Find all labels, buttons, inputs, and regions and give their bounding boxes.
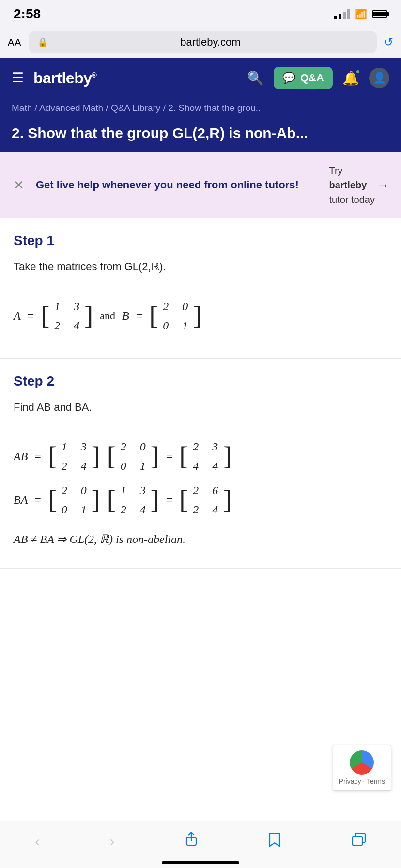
- step1-math: A = [ 1 3 2 4 ] and B = [: [14, 285, 387, 349]
- breadcrumb-qa-library[interactable]: Q&A Library: [111, 103, 160, 113]
- ab-label: AB: [14, 444, 28, 469]
- step1-section: Step 1 Take the matrices from GL(2,ℝ). A…: [0, 218, 401, 359]
- matrix-a: [ 1 3 2 4 ]: [41, 295, 93, 336]
- step2-title: Step 2: [14, 373, 387, 389]
- url-text: bartleby.com: [53, 36, 368, 48]
- equals-1: =: [28, 303, 34, 329]
- breadcrumb-question[interactable]: 2. Show that the grou...: [168, 103, 263, 113]
- ba-result-matrix: [ 2 6 2 4 ]: [179, 480, 231, 520]
- browser-bar: AA 🔒 bartleby.com ↺: [0, 26, 401, 58]
- user-avatar[interactable]: 👤: [369, 68, 389, 88]
- ba-label: BA: [14, 487, 28, 513]
- bell-container: 🔔: [342, 70, 359, 86]
- ab-result-matrix: [ 2 3 4 4 ]: [179, 436, 231, 477]
- privacy-terms-link[interactable]: Privacy · Terms: [339, 777, 385, 785]
- breadcrumb-advanced-math[interactable]: Advanced Math: [39, 103, 103, 113]
- font-size-control[interactable]: AA: [8, 37, 22, 48]
- breadcrumb-sep2: /: [106, 103, 111, 113]
- promo-cta[interactable]: Try bartleby tutor today →: [329, 164, 389, 206]
- ab-result-equals: =: [166, 444, 173, 469]
- lock-icon: 🔒: [37, 37, 48, 47]
- notification-dot: [355, 69, 360, 74]
- ba-equals: =: [34, 487, 41, 513]
- breadcrumb-bar: Math / Advanced Math / Q&A Library / 2. …: [0, 98, 401, 120]
- menu-icon[interactable]: ☰: [12, 71, 24, 85]
- step1-matrices-row: A = [ 1 3 2 4 ] and B = [: [14, 295, 387, 336]
- url-bar[interactable]: 🔒 bartleby.com: [29, 31, 377, 53]
- forward-icon: ›: [110, 833, 115, 850]
- status-time: 2:58: [14, 6, 41, 22]
- back-button[interactable]: ‹: [25, 829, 49, 853]
- bookmarks-icon: [268, 832, 281, 851]
- ba-row: BA = [ 2 0 0 1 ] [ 1 3: [14, 480, 387, 520]
- signal-icon: [334, 9, 350, 19]
- promo-banner: ✕ Get live help whenever you need from o…: [0, 152, 401, 218]
- ba-matrix1: [ 2 0 0 1 ]: [48, 480, 100, 520]
- conclusion: AB ≠ BA ⇒ GL(2, ℝ) is non-abelian.: [14, 530, 387, 548]
- home-bar: [162, 861, 239, 864]
- breadcrumb-sep3: /: [163, 103, 169, 113]
- recaptcha-logo: [350, 750, 374, 775]
- step2-math: AB = [ 1 3 2 4 ] [ 2 0: [14, 425, 387, 558]
- page-title: 2. Show that the group GL(2,R) is non-Ab…: [12, 125, 389, 141]
- promo-text: Get live help whenever you need from onl…: [36, 178, 321, 193]
- tabs-button[interactable]: [342, 828, 376, 854]
- matrix-b-grid: 2 0 0 1: [158, 295, 193, 336]
- promo-arrow-icon: →: [377, 178, 389, 193]
- matrix-a-label: A: [14, 303, 21, 329]
- nav-bar: ☰ bartleby® 🔍 💬 Q&A 🔔 👤: [0, 58, 401, 98]
- status-bar: 2:58 📶: [0, 0, 401, 26]
- ab-matrix2: [ 2 0 0 1 ]: [107, 436, 159, 477]
- page-title-bar: 2. Show that the group GL(2,R) is non-Ab…: [0, 120, 401, 152]
- breadcrumb-sep1: /: [35, 103, 40, 113]
- battery-icon: [372, 10, 387, 18]
- qa-label: Q&A: [300, 72, 324, 84]
- chat-icon: 💬: [282, 72, 295, 84]
- matrix-b-label: B: [122, 303, 129, 329]
- ba-matrix2: [ 1 3 2 4 ]: [107, 480, 159, 520]
- promo-cta-text: Try bartleby tutor today: [329, 164, 375, 206]
- ab-row: AB = [ 1 3 2 4 ] [ 2 0: [14, 436, 387, 477]
- breadcrumb-math[interactable]: Math: [12, 103, 32, 113]
- search-icon[interactable]: 🔍: [247, 70, 264, 86]
- content-area: Step 1 Take the matrices from GL(2,ℝ). A…: [0, 218, 401, 569]
- tabs-icon: [352, 832, 366, 850]
- back-icon: ‹: [35, 833, 40, 850]
- matrix-b: [ 2 0 0 1 ]: [149, 295, 201, 336]
- status-icons: 📶: [334, 8, 387, 20]
- ab-matrix1: [ 1 3 2 4 ]: [48, 436, 100, 477]
- wifi-icon: 📶: [355, 8, 367, 20]
- svg-rect-2: [353, 836, 362, 846]
- matrix-a-grid: 1 3 2 4: [49, 295, 84, 336]
- equals-2: =: [136, 303, 143, 329]
- bartleby-logo: bartleby®: [33, 69, 96, 87]
- ba-result-equals: =: [166, 487, 173, 513]
- qa-button[interactable]: 💬 Q&A: [274, 67, 333, 89]
- share-icon: [185, 832, 198, 851]
- step1-title: Step 1: [14, 233, 387, 248]
- forward-button[interactable]: ›: [100, 829, 124, 853]
- close-promo-button[interactable]: ✕: [10, 176, 28, 195]
- recaptcha-widget: Privacy · Terms: [333, 745, 391, 790]
- step1-text: Take the matrices from GL(2,ℝ).: [14, 258, 387, 275]
- bookmarks-button[interactable]: [258, 828, 291, 854]
- share-button[interactable]: [175, 828, 208, 854]
- ab-equals: =: [34, 444, 41, 469]
- step2-text: Find AB and BA.: [14, 399, 387, 416]
- step2-section: Step 2 Find AB and BA. AB = [ 1 3 2 4 ]: [0, 359, 401, 569]
- and-text: and: [100, 304, 115, 327]
- reload-icon[interactable]: ↺: [384, 35, 393, 49]
- breadcrumb: Math / Advanced Math / Q&A Library / 2. …: [12, 103, 389, 113]
